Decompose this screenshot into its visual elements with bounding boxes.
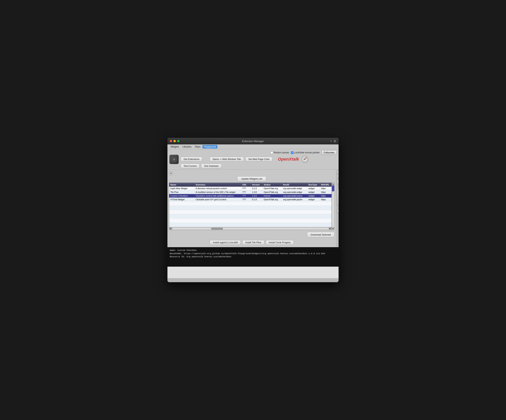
- resize-canvas-checkbox[interactable]: [271, 151, 273, 154]
- col-header-url: URL: [241, 183, 251, 187]
- add-button[interactable]: +: [330, 139, 332, 143]
- table-row[interactable]: Tile Plus A modified version of the IDE'…: [169, 190, 332, 194]
- install-tile-plus-button[interactable]: Install Tile Pllus: [242, 240, 264, 245]
- table-row-empty: [169, 214, 332, 219]
- menubar: Widgets Libraries Repo Playground: [167, 144, 339, 149]
- col-header-resid: ResID: [282, 183, 307, 187]
- table-row[interactable]: XYGrid Widget Clickable point X/Y grid C…: [169, 198, 332, 201]
- scroll-thumb[interactable]: [211, 228, 223, 230]
- menu-playground[interactable]: Playground: [202, 145, 217, 149]
- console-line-2: Base64URL: https://openxtalk-org.github.…: [170, 252, 336, 255]
- widgets-table: Name Summary URL Version Author ResID Re…: [169, 183, 334, 230]
- col-header-b64url: B64URL: [320, 183, 332, 187]
- console-line-1: Name: Custom Checkbox: [170, 249, 336, 252]
- svg-text:OXT: OXT: [306, 158, 308, 159]
- resize-canvas-label: Resize canvas: [271, 151, 289, 154]
- main-content: ⊗ Update Widgets List Name Summary URL V…: [167, 170, 339, 247]
- statusbar: [167, 278, 339, 282]
- table-row-empty: [169, 206, 332, 210]
- vscroll-thumb[interactable]: [332, 185, 334, 191]
- table-row-empty: [169, 210, 332, 214]
- minimize-button[interactable]: [173, 140, 176, 142]
- export-png-button[interactable]: port PNG: [337, 170, 339, 174]
- lock-mouse-checkbox[interactable]: [291, 151, 293, 154]
- titlebar: Extension Manager + ⚙: [167, 138, 339, 144]
- col-header-version: Version: [251, 183, 263, 187]
- vscroll-down-arrow[interactable]: ▼: [332, 227, 334, 230]
- table-row-selected[interactable]: Custom Checkbox Checkbox control with ad…: [169, 194, 332, 198]
- window-title: Extension Manager: [242, 140, 264, 143]
- scroll-track[interactable]: [172, 228, 328, 230]
- download-tag-button[interactable]: Download Tag: [337, 180, 339, 185]
- col-header-summary: Summary: [194, 183, 241, 187]
- scroll-right-arrow[interactable]: ▶: [329, 227, 332, 230]
- download-selected-button[interactable]: Download Selected: [307, 232, 334, 237]
- titlebar-actions: + ⚙: [330, 139, 336, 143]
- vertical-scrollbar[interactable]: ▲ ▼: [332, 183, 334, 230]
- table-header: Name Summary URL Version Author ResID Re…: [169, 183, 332, 187]
- col-header-name: Name: [169, 183, 194, 187]
- menu-libraries[interactable]: Libraries: [181, 145, 193, 149]
- install-circle-progress-button[interactable]: Install Circle Progess: [266, 240, 294, 245]
- traffic-lights: [170, 140, 180, 142]
- close-panel-button[interactable]: ⊗: [169, 171, 173, 175]
- install-xygrid-button[interactable]: Install xygrid.0.1.lce.b64: [210, 240, 241, 245]
- menu-widgets[interactable]: Widgets: [169, 145, 180, 149]
- left-panel: ⊗ Update Widgets List Name Summary URL V…: [167, 170, 336, 247]
- svg-point-3: [173, 159, 175, 160]
- set-web-color-button[interactable]: Set Web Page Color: [246, 157, 273, 162]
- app-icon: [169, 155, 179, 164]
- bottom-area: [167, 267, 339, 278]
- table-row-empty: [169, 201, 332, 206]
- right-panel: port PNG r HTML DOM Download Tag ▲ ▼ Scr…: [336, 170, 339, 247]
- main-window: Extension Manager + ⚙ Widgets Libraries …: [167, 138, 339, 282]
- get-extensions-button[interactable]: Get Extensions: [181, 157, 202, 162]
- update-widgets-button[interactable]: Update Widgets List: [237, 176, 266, 181]
- name-web-title-button[interactable]: Name -> Web Window Title: [210, 157, 244, 162]
- html-dom-button[interactable]: r HTML DOM: [337, 175, 339, 179]
- horizontal-scrollbar[interactable]: ◀ ▶: [169, 227, 332, 230]
- vscroll-track[interactable]: [332, 185, 334, 227]
- table-body: Eight-Way Widget 8-direction virtual-joy…: [169, 187, 332, 227]
- settings-button[interactable]: ⚙: [333, 139, 336, 143]
- console-area: Name: Custom Checkbox Base64URL: https:/…: [167, 247, 339, 267]
- maximize-button[interactable]: [177, 140, 180, 142]
- console-line-3: Resource ID: org.openxtalk.hoerwi.custom…: [170, 255, 336, 258]
- menu-repo[interactable]: Repo: [193, 145, 202, 149]
- script-button-1[interactable]: Script: [337, 189, 339, 205]
- table-row-empty: [169, 223, 332, 227]
- col-header-author: Author: [263, 183, 282, 187]
- lock-mouse-label: Lock/hide mouse pointer: [291, 151, 320, 154]
- test-cursors-button[interactable]: Test Cursors: [181, 164, 200, 168]
- table-row[interactable]: Eight-Way Widget 8-direction virtual-joy…: [169, 187, 332, 190]
- test-substack-button[interactable]: Test Substack: [201, 164, 221, 168]
- col-header-restype: ResType: [307, 183, 320, 187]
- scroll-left-arrow[interactable]: ◀: [169, 227, 172, 230]
- vscroll-up-arrow[interactable]: ▲: [332, 183, 334, 185]
- script-button-2[interactable]: Script: [337, 210, 339, 213]
- close-button[interactable]: [170, 140, 172, 142]
- openxtalk-text: OpenXtalk: [278, 157, 299, 162]
- fullscreen-button[interactable]: Fullscreen: [322, 150, 337, 155]
- openxtalk-logo: OXT: [301, 156, 308, 163]
- table-row-empty: [169, 219, 332, 223]
